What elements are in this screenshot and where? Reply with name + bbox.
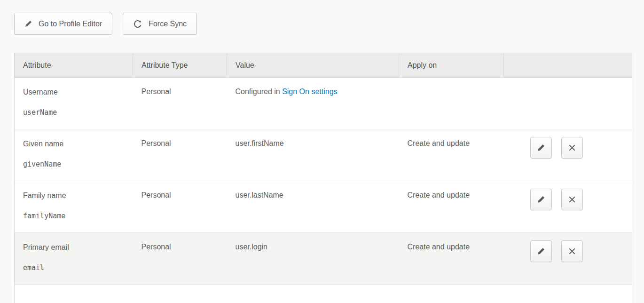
table-row: Family name familyName Personal user.las… [15,181,632,233]
apply-on-text: Create and update [408,191,470,199]
table-row-partial [15,285,632,303]
attribute-type: Personal [141,139,171,147]
force-sync-label: Force Sync [149,20,187,28]
edit-button[interactable] [530,137,552,159]
delete-button[interactable] [561,137,583,159]
delete-button[interactable] [561,240,583,262]
apply-on-text: Create and update [408,243,470,251]
value-text: user.firstName [236,139,284,147]
refresh-icon [133,19,142,29]
table-row: Username userName Personal Configured in… [15,78,632,129]
attribute-variable: userName [23,108,125,117]
value-text: user.login [236,243,268,251]
value-text: user.lastName [236,191,283,199]
attribute-type: Personal [141,243,171,251]
close-icon [568,144,576,152]
header-row: Attribute Attribute Type Value Apply on [15,53,632,78]
toolbar: Go to Profile Editor Force Sync [14,13,632,35]
close-icon [568,247,576,255]
attribute-label: Given name [23,139,125,149]
sign-on-settings-link[interactable]: Sign On settings [282,88,337,96]
edit-button[interactable] [530,189,552,210]
delete-button[interactable] [561,189,583,210]
attribute-mappings-table: Attribute Attribute Type Value Apply on … [14,53,632,303]
go-to-profile-editor-label: Go to Profile Editor [39,20,102,28]
column-header-attribute: Attribute [15,53,133,78]
column-header-value: Value [227,53,399,78]
attribute-type: Personal [141,191,171,199]
attribute-label: Username [23,88,125,97]
attribute-variable: email [23,263,125,272]
attribute-variable: givenName [23,160,125,168]
attribute-label: Family name [23,191,125,200]
go-to-profile-editor-button[interactable]: Go to Profile Editor [14,13,112,35]
value-text: Configured in [236,88,283,96]
attribute-label: Primary email [23,243,125,252]
pencil-icon [537,144,545,152]
attribute-type: Personal [141,88,171,96]
force-sync-button[interactable]: Force Sync [123,13,197,35]
column-header-actions [504,53,632,78]
column-header-apply-on: Apply on [399,53,504,78]
page: Go to Profile Editor Force Sync Attribut… [0,0,644,303]
pencil-icon [24,20,32,28]
column-header-attribute-type: Attribute Type [133,53,227,78]
close-icon [568,195,576,204]
attribute-variable: familyName [23,212,125,220]
apply-on-text: Create and update [408,139,470,147]
edit-button[interactable] [530,240,552,262]
table-row: Primary email email Personal user.login … [15,233,632,285]
pencil-icon [537,247,545,255]
pencil-icon [537,195,545,204]
table-row: Given name givenName Personal user.first… [15,129,632,181]
